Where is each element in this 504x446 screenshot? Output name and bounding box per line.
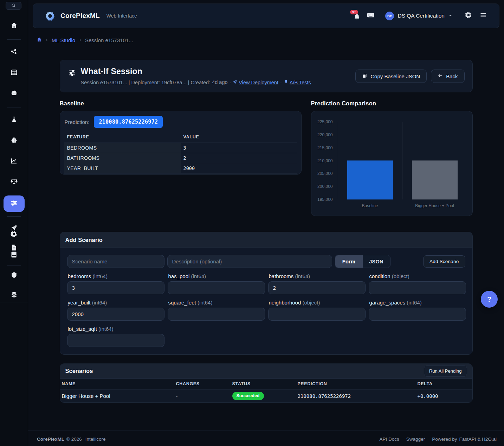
brain-icon <box>11 137 18 145</box>
sidebar-divider <box>7 107 21 107</box>
created-ago: 4d ago <box>212 79 227 85</box>
field-type: (int64) <box>191 273 206 279</box>
sidebar-item-experiments[interactable] <box>7 113 21 127</box>
sidebar-item-automl[interactable] <box>7 87 21 101</box>
breadcrumb: ML Studio Session e1573101... <box>28 28 504 43</box>
swagger-link[interactable]: Swagger <box>406 437 425 442</box>
bedrooms-input[interactable] <box>67 281 164 294</box>
prediction-comparison-chart: 225,000 220,000 215,000 210,000 205,000 … <box>311 111 473 216</box>
page-title: What-If Session <box>81 67 311 76</box>
breadcrumb-ml-studio-link[interactable]: ML Studio <box>52 37 75 43</box>
field-type: (int64) <box>198 300 213 306</box>
search-icon <box>11 3 16 9</box>
back-button[interactable]: Back <box>431 70 464 83</box>
ab-tests-link[interactable]: A/B Tests <box>284 80 311 85</box>
lot-size-sqft-input[interactable] <box>67 334 164 347</box>
account-menu[interactable]: DC DS QA Certification <box>385 12 452 20</box>
sidebar-item-home[interactable] <box>7 19 21 33</box>
garage-spaces-input[interactable] <box>369 308 466 321</box>
chevron-right-icon <box>78 38 82 42</box>
footer-company-link[interactable]: Intellicore <box>85 437 106 442</box>
x-category-label: Baseline <box>338 203 402 208</box>
add-scenario-button[interactable]: Add Scenario <box>423 255 465 268</box>
sidebar-item-tables[interactable] <box>7 66 21 80</box>
feature-name: BEDROOMS <box>64 143 181 153</box>
notifications-button[interactable]: 9+ <box>353 11 362 21</box>
field-bedrooms: bedrooms (int64) <box>67 268 164 294</box>
table-row: Bigger House + Pool - Succeeded 210080.8… <box>60 389 472 402</box>
field-name: year_built <box>68 300 91 306</box>
bathrooms-input[interactable] <box>268 281 366 294</box>
has-pool-input[interactable] <box>168 281 265 294</box>
breadcrumb-current: Session e1573101... <box>85 37 133 43</box>
menu-button[interactable] <box>480 12 487 20</box>
settings-button[interactable] <box>465 12 472 20</box>
copy-baseline-json-label: Copy Baseline JSON <box>370 73 420 79</box>
y-tick: 215,000 <box>311 145 333 150</box>
scenarios-heading: Scenarios <box>65 368 93 374</box>
field-year-built: year_built (int64) <box>67 294 164 321</box>
account-name: DS QA Certification <box>398 13 445 19</box>
column-header-delta: DELTA <box>418 381 471 386</box>
baseline-feature-table: FEATURE VALUE BEDROOMS 3 BATHROOMS <box>64 133 297 173</box>
baseline-card: Prediction: 210080.87625226972 FEATURE V… <box>60 111 302 175</box>
help-button[interactable]: ? <box>481 291 498 308</box>
copy-baseline-json-button[interactable]: Copy Baseline JSON <box>355 70 427 83</box>
scenario-description-input[interactable] <box>167 255 332 268</box>
feature-name: BATHROOMS <box>64 153 181 163</box>
sidebar-item-graph[interactable] <box>7 46 21 60</box>
sidebar-item-models[interactable] <box>7 134 21 148</box>
sliders-icon <box>10 199 18 208</box>
gear-icon <box>465 12 472 20</box>
bar-baseline <box>347 160 393 199</box>
api-docs-link[interactable]: API Docs <box>380 437 399 442</box>
square-feet-input[interactable] <box>168 308 265 321</box>
sidebar-item-datasets[interactable] <box>7 289 21 303</box>
sidebar-item-whatif-active[interactable] <box>4 196 25 212</box>
year-built-input[interactable] <box>67 308 164 321</box>
y-tick: 205,000 <box>311 171 333 176</box>
rocket-icon <box>233 80 237 85</box>
fastapi-h2o-link[interactable]: FastAPI & H2O.ai <box>459 437 497 442</box>
session-header-card: What-If Session Session e1573101... | De… <box>60 60 473 92</box>
status-badge: Succeeded <box>232 392 264 400</box>
prediction-value-badge: 210080.87625226972 <box>94 116 163 128</box>
field-type: (object) <box>302 300 320 306</box>
sidebar-item-monitoring[interactable] <box>7 155 21 169</box>
app-logo-icon <box>45 11 55 21</box>
footer: CorePlexML © 2026 Intellicore API Docs S… <box>28 431 504 446</box>
toggle-form-button[interactable]: Form <box>335 255 363 268</box>
field-type: (object) <box>392 273 409 279</box>
feature-value: 2000 <box>181 163 297 173</box>
field-type: (int64) <box>295 273 310 279</box>
breadcrumb-home-link[interactable] <box>37 37 42 43</box>
toggle-json-button[interactable]: JSON <box>363 255 390 268</box>
sidebar-item-guide[interactable] <box>9 251 19 260</box>
home-icon <box>37 37 42 43</box>
field-name: bathrooms <box>269 273 294 279</box>
scenario-changes: - <box>176 393 232 399</box>
view-deployment-link[interactable]: View Deployment <box>233 80 278 85</box>
notification-badge: 9+ <box>350 10 358 14</box>
footer-copyright: © 2026 <box>66 437 82 442</box>
keyboard-shortcuts-button[interactable] <box>367 11 375 20</box>
scenario-name-input[interactable] <box>67 255 164 268</box>
field-has-pool: has_pool (int64) <box>168 268 265 294</box>
sidebar-divider <box>7 265 21 265</box>
y-tick: 195,000 <box>311 197 333 202</box>
column-header-feature: FEATURE <box>64 133 181 143</box>
powered-by-label: Powered by <box>432 437 457 442</box>
condition-input[interactable] <box>369 281 466 294</box>
run-all-pending-button[interactable]: Run All Pending <box>424 366 467 376</box>
chart-line-icon <box>11 157 18 166</box>
test-tubes-icon <box>284 80 288 85</box>
feature-name: YEAR_BUILT <box>64 163 181 173</box>
package-icon <box>11 271 18 280</box>
app-subtitle: Web Interface <box>106 13 137 19</box>
sidebar-item-settings[interactable] <box>9 231 19 239</box>
prediction-label: Prediction: <box>65 119 90 125</box>
sidebar-item-artifacts[interactable] <box>7 269 21 283</box>
neighborhood-input[interactable] <box>268 308 366 321</box>
sidebar-item-compare[interactable] <box>7 175 21 189</box>
search-button[interactable] <box>6 2 21 10</box>
